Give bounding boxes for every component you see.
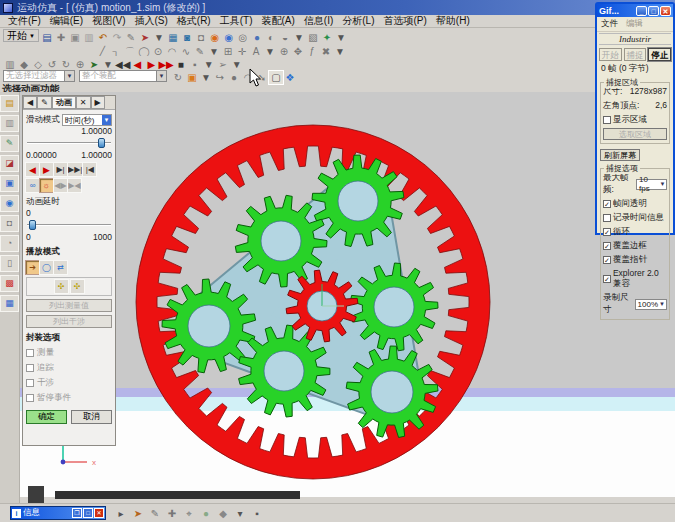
go-start-button[interactable]: |◀ (83, 163, 96, 176)
minimized-info-window[interactable]: i 信息 ❐ □ ✕ (10, 506, 106, 520)
redirect-icon[interactable]: ↪ (213, 71, 227, 84)
dot-small-icon[interactable]: ▪ (250, 507, 264, 520)
start-menu-button[interactable]: 开始▼ (3, 29, 39, 42)
tab-next-button[interactable]: ▶ (91, 96, 105, 109)
refresh-icon[interactable]: ↻ (171, 71, 185, 84)
menu-item[interactable]: 首选项(P) (380, 14, 431, 28)
plus-icon[interactable]: ✚ (165, 507, 179, 520)
step-back-button[interactable]: ◀ (26, 163, 39, 176)
pointer-icon[interactable]: ➤ (131, 507, 145, 520)
time-slider[interactable] (27, 138, 111, 148)
history-icon[interactable]: ◘ (1, 216, 18, 231)
record-capture-button[interactable]: 捕捉 (624, 48, 647, 61)
checkbox[interactable] (26, 349, 34, 357)
gif-menu-file[interactable]: 文件 (601, 18, 618, 30)
slide-mode-combo[interactable]: 时间(秒)▼ (62, 114, 112, 126)
manufacturing-wizard-icon[interactable]: ▩ (1, 276, 18, 291)
checkbox[interactable] (26, 394, 34, 402)
diamond-icon[interactable]: ◆ (216, 507, 230, 520)
checkbox[interactable]: ✓ (603, 275, 611, 283)
fps-combo[interactable]: 10 fps▼ (636, 179, 667, 190)
pick-area-button[interactable]: 选取区域 (603, 128, 667, 140)
checkbox[interactable]: ✓ (603, 228, 611, 236)
ok-button[interactable]: 确定 (26, 410, 67, 424)
checkbox[interactable] (603, 214, 611, 222)
time-slider-thumb[interactable] (98, 138, 105, 148)
time-max: 1.00000 (81, 150, 112, 160)
paste-icon[interactable]: ▥ (82, 31, 96, 44)
dropdown-icon[interactable]: ▼ (199, 71, 213, 84)
checkbox[interactable]: ✓ (603, 200, 611, 208)
pen-icon[interactable]: ✎ (148, 507, 162, 520)
tab-tool-icon[interactable]: ✎ (37, 96, 52, 109)
play-small-icon[interactable]: ▸ (114, 507, 128, 520)
chain-link-button[interactable]: ∞ (26, 179, 39, 192)
graphics-viewport[interactable]: x (20, 92, 675, 497)
add-icon[interactable]: ✚ (54, 31, 68, 44)
world-icon[interactable]: ❖ (283, 71, 297, 84)
play-to-end-button[interactable]: ▶| (54, 163, 67, 176)
minimize-button[interactable]: _ (636, 6, 647, 16)
list-interference-button[interactable]: 列出干涉 (26, 315, 112, 328)
close-button[interactable]: ✕ (94, 508, 104, 518)
cancel-button[interactable]: 取消 (71, 410, 112, 424)
info-window-title: 信息 (23, 507, 40, 519)
restore-button[interactable]: ❐ (72, 508, 82, 518)
show-area-checkbox[interactable] (603, 116, 611, 124)
delay-min: 0 (26, 232, 31, 242)
part-navigator-icon[interactable]: ✎ (1, 136, 18, 151)
checkbox[interactable] (26, 364, 34, 372)
reuse-library-icon[interactable]: ◪ (1, 156, 18, 171)
delay-slider[interactable] (27, 220, 111, 230)
copy-icon[interactable]: ▣ (68, 31, 82, 44)
rect-select-icon[interactable]: ▢ (269, 71, 283, 84)
selection-scope-combo[interactable]: 整个装配▼ (79, 70, 167, 82)
internet-explorer-icon[interactable]: ◉ (1, 196, 18, 211)
delay-slider-thumb[interactable] (29, 220, 36, 230)
joint-wrench-2-button[interactable]: ✣ (71, 280, 84, 293)
play-once-button[interactable]: ➔ (26, 261, 39, 274)
record-start-button[interactable]: 开始 (599, 48, 622, 61)
record-stop-button[interactable]: 停止 (648, 48, 671, 61)
hd3d-tools-icon[interactable]: ▣ (1, 176, 18, 191)
process-studio-icon[interactable]: ▯ (1, 256, 18, 271)
play-mode-label: 播放模式 (26, 246, 112, 258)
constraint-navigator-icon[interactable]: ▥ (1, 116, 18, 131)
target-icon[interactable]: ⌖ (182, 507, 196, 520)
system-materials-icon[interactable]: ◔ (1, 236, 18, 251)
maximize-button[interactable]: □ (83, 508, 93, 518)
fast-forward-button[interactable]: ▶▶| (68, 163, 82, 176)
chevron-down-icon[interactable]: ▼ (64, 71, 74, 81)
checkbox[interactable] (26, 379, 34, 387)
play-swing-button[interactable]: ⇄ (54, 261, 67, 274)
reverse-pair-button[interactable]: ◀▶ (54, 179, 67, 192)
play-loop-button[interactable]: ◯ (40, 261, 53, 274)
snap-point-icon[interactable]: ▣ (185, 71, 199, 84)
tab-prev-button[interactable]: ◀ (23, 96, 37, 109)
dropdown-icon[interactable]: ▾ (233, 507, 247, 520)
point-icon[interactable]: ● (227, 71, 241, 84)
menu-item[interactable]: 帮助(H) (432, 14, 474, 28)
joint-wrench-1-button[interactable]: ✣ (55, 280, 68, 293)
chevron-down-icon[interactable]: ▼ (156, 71, 166, 81)
step-forward-button[interactable]: ▶ (40, 163, 53, 176)
tab-animation[interactable]: 动画 (52, 96, 76, 109)
list-measure-button[interactable]: 列出测量值 (26, 299, 112, 312)
record-size-combo[interactable]: 100%▼ (635, 299, 667, 310)
forward-pair-button[interactable]: ▶◀ (68, 179, 81, 192)
menu-item[interactable]: 文件(F) (4, 14, 45, 28)
gif-menu-edit[interactable]: 编辑 (626, 18, 643, 30)
refresh-screen-button[interactable]: 刷新屏幕 (600, 149, 640, 161)
assembly-navigator-icon[interactable]: ▤ (1, 96, 18, 111)
gif-titlebar[interactable]: Gif... _ □ ✕ (597, 4, 673, 17)
checkbox[interactable]: ✓ (603, 256, 611, 264)
roles-icon[interactable]: ▦ (1, 296, 18, 311)
save-icon[interactable]: ▤ (40, 31, 54, 44)
selection-filter-combo[interactable]: 无选择过滤器▼ (3, 70, 75, 82)
dot-icon[interactable]: ● (199, 507, 213, 520)
gear-drive-button[interactable]: ☼ (40, 179, 53, 192)
maximize-button[interactable]: □ (648, 6, 659, 16)
checkbox[interactable]: ✓ (603, 242, 611, 250)
close-button[interactable]: ✕ (660, 6, 671, 16)
tab-close-button[interactable]: ✕ (76, 96, 91, 109)
